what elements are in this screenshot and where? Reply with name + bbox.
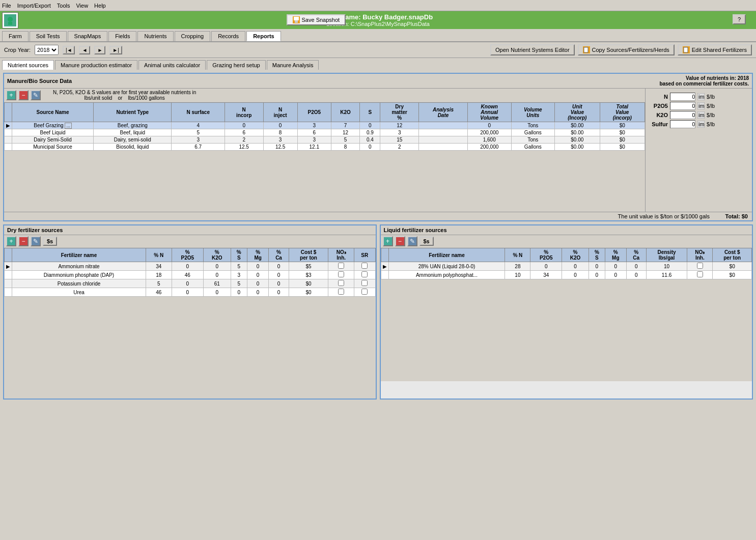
svg-rect-2: [8, 22, 12, 25]
no3[interactable]: [328, 279, 354, 288]
s: 0.4: [360, 136, 380, 144]
edit-shared-fertilizers-button[interactable]: Edit Shared Fertilizers: [678, 44, 752, 55]
dry-col-s: %S: [231, 248, 247, 262]
total-note: The unit value is $/ton or $/1000 gals: [618, 213, 710, 219]
total-value: $0: [600, 129, 645, 136]
pct-k2o: 0: [204, 271, 231, 279]
manure-row[interactable]: Beef Liquid Beef, liquid 5 6 8 6 12 0.9 …: [5, 129, 645, 136]
remove-dry-btn[interactable]: −: [18, 236, 29, 246]
copy-sources-button[interactable]: Copy Sources/Fertilizers/Herds: [578, 44, 675, 55]
pct-p2o5: 0: [172, 288, 204, 297]
menu-tools[interactable]: Tools: [57, 3, 70, 9]
liq-col-pct-n: % N: [505, 248, 530, 262]
tab-snapmaps[interactable]: SnapMaps: [68, 31, 108, 41]
col-n-surface: N surface: [172, 103, 225, 122]
value-input-n[interactable]: [670, 93, 695, 101]
no3[interactable]: [687, 271, 713, 279]
sr[interactable]: [354, 271, 375, 279]
save-snapshot-button[interactable]: Save Snapshot: [287, 14, 346, 25]
nav-last-button[interactable]: ►|: [109, 46, 122, 54]
tab-farm[interactable]: Farm: [2, 31, 29, 41]
fert-name: Ammonium nitrate: [12, 262, 146, 271]
menu-import-export[interactable]: Import/Export: [17, 3, 51, 9]
menu-file[interactable]: File: [2, 3, 11, 9]
value-row-n: N img $/lb: [648, 93, 750, 101]
liquid-dollar-btn[interactable]: $s: [419, 237, 434, 246]
pct-p2o5: 0: [172, 262, 204, 271]
manure-row[interactable]: ▶ Beef Grazing ... Beef, grazing 4 0 0 3…: [5, 122, 645, 129]
sr[interactable]: [354, 262, 375, 271]
sr[interactable]: [354, 288, 375, 297]
edit-liquid-btn[interactable]: ✎: [407, 236, 417, 246]
open-nutrient-systems-button[interactable]: Open Nutrient Systems Editor: [490, 44, 575, 55]
analysis-date: [419, 136, 468, 144]
dry-row[interactable]: Urea 46 0 0 0 0 0 $0: [5, 288, 376, 297]
dry-row[interactable]: Potassium chloride 5 0 61 5 0 0 $0: [5, 279, 376, 288]
dry-row[interactable]: Diammonium phosphate (DAP) 18 46 0 3 0 0…: [5, 271, 376, 279]
add-manure-btn[interactable]: +: [6, 90, 16, 100]
remove-manure-btn[interactable]: −: [18, 90, 29, 100]
liquid-row[interactable]: ▶ 28% UAN (Liquid 28-0-0) 28 0 0 0 0 0 1…: [381, 262, 752, 271]
nav-tab-bar: Farm Soil Tests SnapMaps Fields Nutrient…: [0, 29, 756, 42]
menu-help[interactable]: Help: [94, 3, 106, 9]
cost: $5: [289, 262, 328, 271]
edit-dry-btn[interactable]: ✎: [31, 236, 41, 246]
dry-dollar-btn[interactable]: $s: [43, 237, 57, 246]
tab-records[interactable]: Records: [211, 31, 245, 41]
help-button[interactable]: ?: [733, 14, 746, 24]
subtab-animal-units[interactable]: Animal units calculator: [138, 60, 206, 70]
manure-row[interactable]: Dairy Semi-Solid Dairy, semi-solid 3 2 3…: [5, 136, 645, 144]
value-label-n: N: [648, 94, 668, 100]
cost: $0: [713, 271, 752, 279]
manure-row[interactable]: Municipal Source Biosolid, liquid 6.7 12…: [5, 144, 645, 151]
nutrient-type: Beef, liquid: [94, 129, 172, 136]
tab-soil-tests[interactable]: Soil Tests: [30, 31, 67, 41]
total-value: $0: [600, 122, 645, 129]
manure-table-wrap: + − ✎ N, P2O5, K2O & S values are for fi…: [4, 89, 645, 212]
k2o: 7: [331, 122, 360, 129]
density: 10: [646, 262, 687, 271]
fert-name: Potassium chloride: [12, 279, 146, 288]
add-dry-btn[interactable]: +: [6, 236, 16, 246]
liq-col-cost: Cost $per ton: [713, 248, 752, 262]
subtab-grazing-herd[interactable]: Grazing herd setup: [207, 60, 266, 70]
crop-year-select[interactable]: 2018 2017 2019: [35, 45, 59, 55]
tab-cropping[interactable]: Cropping: [175, 31, 211, 41]
pct-p2o5: 0: [530, 262, 562, 271]
no3[interactable]: [328, 262, 354, 271]
unit-value: $0.00: [555, 129, 600, 136]
value-unit-p2o5: $/lb: [707, 103, 715, 109]
liq-col-s: %S: [589, 248, 605, 262]
p2o5: 3: [297, 122, 331, 129]
nav-prev-button[interactable]: ◄: [79, 46, 90, 54]
tab-reports[interactable]: Reports: [246, 31, 281, 41]
menu-view[interactable]: View: [76, 3, 88, 9]
col-n-incorp: Nincorp: [225, 103, 263, 122]
tab-nutrients[interactable]: Nutrients: [137, 31, 173, 41]
value-input-k2o[interactable]: [670, 111, 695, 119]
nav-first-button[interactable]: |◄: [63, 46, 75, 54]
add-liquid-btn[interactable]: +: [383, 236, 393, 246]
no3[interactable]: [328, 288, 354, 297]
subtab-manure-production[interactable]: Manure production estimator: [55, 60, 137, 70]
no3[interactable]: [687, 262, 713, 271]
subtab-manure-analysis[interactable]: Manure Analysis: [267, 60, 319, 70]
sr[interactable]: [354, 279, 375, 288]
dry-row[interactable]: ▶ Ammonium nitrate 34 0 0 5 0 0 $5: [5, 262, 376, 271]
liquid-row[interactable]: Ammonium polyphosphat... 10 34 0 0 0 0 1…: [381, 271, 752, 279]
value-input-sulfur[interactable]: [670, 120, 695, 128]
tab-fields[interactable]: Fields: [108, 31, 136, 41]
liquid-fertilizer-section: Liquid fertilizer sources + − ✎ $s Ferti…: [380, 224, 753, 400]
nav-next-button[interactable]: ►: [94, 46, 105, 54]
no3[interactable]: [328, 271, 354, 279]
edit-manure-btn[interactable]: ✎: [31, 90, 41, 100]
value-input-p2o5[interactable]: [670, 102, 695, 110]
remove-liquid-btn[interactable]: −: [395, 236, 405, 246]
row-arrow: [5, 129, 12, 136]
pct-mg: 0: [605, 262, 626, 271]
value-row-sulfur: Sulfur img $/lb: [648, 120, 750, 128]
manure-table: Source Name Nutrient Type N surface Ninc…: [4, 102, 645, 151]
pct-k2o: 0: [204, 262, 231, 271]
svg-text:img: img: [698, 112, 705, 118]
subtab-nutrient-sources[interactable]: Nutrient sources: [2, 60, 54, 70]
